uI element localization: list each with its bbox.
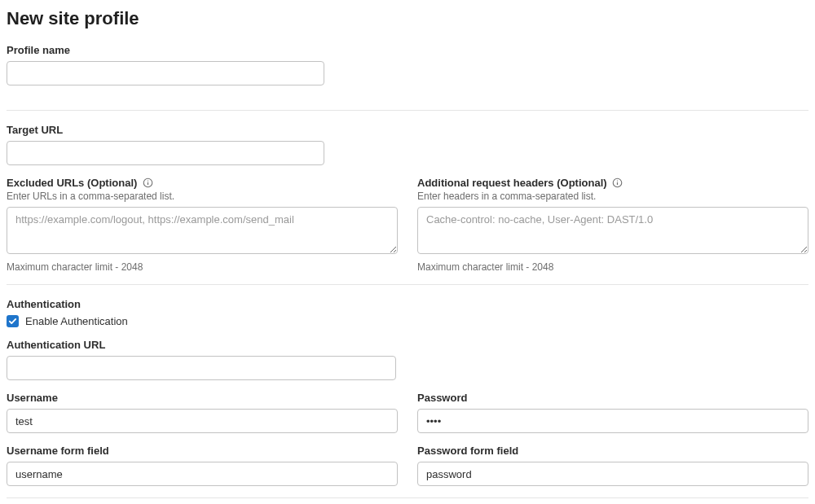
profile-name-label: Profile name <box>7 44 808 56</box>
target-url-input[interactable] <box>7 141 324 165</box>
enable-auth-label: Enable Authentication <box>25 315 128 327</box>
request-headers-limit: Maximum character limit - 2048 <box>417 261 808 273</box>
profile-name-section: Profile name <box>7 44 808 99</box>
username-input[interactable] <box>7 409 398 433</box>
excluded-urls-textarea[interactable] <box>7 207 398 254</box>
svg-point-2 <box>148 180 148 181</box>
password-label: Password <box>417 392 808 404</box>
password-form-field-label: Password form field <box>417 445 808 457</box>
password-section: Password <box>417 392 808 433</box>
form-fields-row: Username form field Password form field <box>7 445 808 486</box>
excluded-urls-helper: Enter URLs in a comma-separated list. <box>7 191 398 202</box>
username-form-field-section: Username form field <box>7 445 398 486</box>
target-url-section: Target URL <box>7 124 808 165</box>
auth-url-input[interactable] <box>7 356 396 380</box>
target-url-label: Target URL <box>7 124 808 136</box>
auth-url-section: Authentication URL <box>7 339 808 380</box>
credentials-row: Username Password <box>7 392 808 433</box>
request-headers-textarea[interactable] <box>417 207 808 254</box>
username-label: Username <box>7 392 398 404</box>
auth-section-label: Authentication <box>7 298 808 310</box>
username-form-field-input[interactable] <box>7 462 398 486</box>
enable-auth-checkbox[interactable] <box>7 315 19 327</box>
username-form-field-label: Username form field <box>7 445 398 457</box>
excluded-urls-label: Excluded URLs (Optional) <box>7 177 137 189</box>
divider <box>7 110 808 111</box>
request-headers-section: Additional request headers (Optional) En… <box>417 177 808 273</box>
url-headers-row: Excluded URLs (Optional) Enter URLs in a… <box>7 177 808 273</box>
page-title: New site profile <box>7 8 808 29</box>
username-section: Username <box>7 392 398 433</box>
divider <box>7 284 808 285</box>
divider <box>7 497 808 498</box>
password-form-field-input[interactable] <box>417 462 808 486</box>
svg-point-5 <box>617 180 618 181</box>
excluded-urls-section: Excluded URLs (Optional) Enter URLs in a… <box>7 177 398 273</box>
request-headers-helper: Enter headers in a comma-separated list. <box>417 191 808 202</box>
request-headers-label: Additional request headers (Optional) <box>417 177 607 189</box>
password-input[interactable] <box>417 409 808 433</box>
auth-url-label: Authentication URL <box>7 339 808 351</box>
profile-name-input[interactable] <box>7 61 324 85</box>
excluded-urls-limit: Maximum character limit - 2048 <box>7 261 398 273</box>
authentication-section: Authentication Enable Authentication Aut… <box>7 298 808 486</box>
info-icon[interactable] <box>612 177 623 189</box>
password-form-field-section: Password form field <box>417 445 808 486</box>
info-icon[interactable] <box>142 177 153 189</box>
